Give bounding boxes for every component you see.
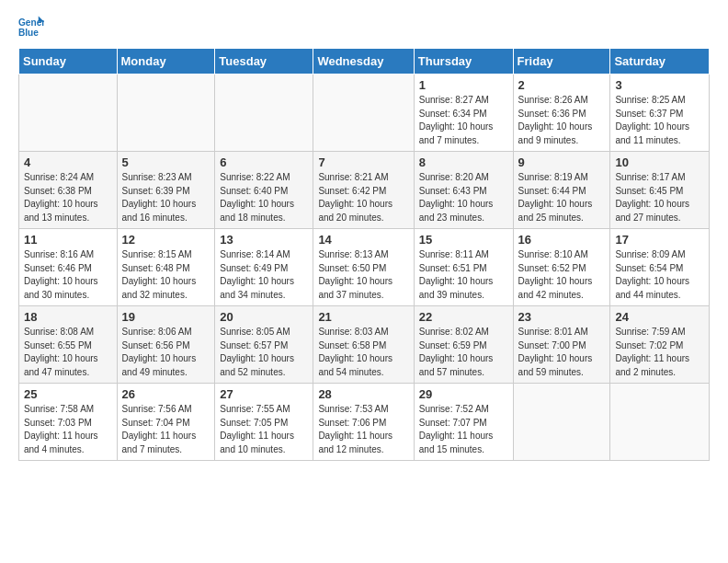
week-row-5: 25Sunrise: 7:58 AM Sunset: 7:03 PM Dayli…: [19, 384, 710, 461]
day-details: Sunrise: 8:15 AM Sunset: 6:48 PM Dayligh…: [122, 248, 210, 302]
day-details: Sunrise: 8:24 AM Sunset: 6:38 PM Dayligh…: [24, 171, 112, 224]
col-header-monday: Monday: [117, 49, 215, 75]
calendar-cell: 7Sunrise: 8:21 AM Sunset: 6:42 PM Daylig…: [313, 152, 414, 229]
calendar-cell: 24Sunrise: 7:59 AM Sunset: 7:02 PM Dayli…: [610, 306, 710, 384]
day-number: 28: [318, 387, 408, 401]
day-details: Sunrise: 8:14 AM Sunset: 6:49 PM Dayligh…: [220, 248, 308, 302]
day-details: Sunrise: 8:23 AM Sunset: 6:39 PM Dayligh…: [122, 171, 210, 224]
day-details: Sunrise: 8:10 AM Sunset: 6:52 PM Dayligh…: [518, 248, 606, 302]
calendar-cell: 26Sunrise: 7:56 AM Sunset: 7:04 PM Dayli…: [117, 384, 215, 461]
calendar-cell: 15Sunrise: 8:11 AM Sunset: 6:51 PM Dayli…: [414, 229, 513, 306]
calendar-cell: 4Sunrise: 8:24 AM Sunset: 6:38 PM Daylig…: [19, 152, 118, 229]
calendar-cell: 11Sunrise: 8:16 AM Sunset: 6:46 PM Dayli…: [19, 229, 118, 306]
day-details: Sunrise: 8:11 AM Sunset: 6:51 PM Dayligh…: [419, 248, 508, 302]
col-header-saturday: Saturday: [610, 49, 710, 75]
calendar-cell: [513, 384, 610, 461]
calendar-cell: 29Sunrise: 7:52 AM Sunset: 7:07 PM Dayli…: [414, 384, 513, 461]
calendar-cell: [610, 384, 710, 461]
day-details: Sunrise: 8:19 AM Sunset: 6:44 PM Dayligh…: [518, 171, 606, 224]
calendar-cell: 22Sunrise: 8:02 AM Sunset: 6:59 PM Dayli…: [414, 306, 513, 384]
week-row-3: 11Sunrise: 8:16 AM Sunset: 6:46 PM Dayli…: [19, 229, 710, 306]
day-details: Sunrise: 8:27 AM Sunset: 6:34 PM Dayligh…: [419, 94, 508, 147]
day-number: 27: [220, 387, 308, 401]
day-number: 29: [419, 387, 508, 401]
calendar-cell: 14Sunrise: 8:13 AM Sunset: 6:50 PM Dayli…: [313, 229, 414, 306]
day-details: Sunrise: 8:22 AM Sunset: 6:40 PM Dayligh…: [220, 171, 308, 224]
day-details: Sunrise: 8:02 AM Sunset: 6:59 PM Dayligh…: [419, 326, 508, 379]
week-row-1: 1Sunrise: 8:27 AM Sunset: 6:34 PM Daylig…: [19, 75, 710, 152]
day-number: 13: [220, 233, 308, 247]
day-details: Sunrise: 8:05 AM Sunset: 6:57 PM Dayligh…: [220, 326, 308, 379]
calendar-cell: [117, 75, 215, 152]
day-number: 26: [122, 387, 210, 401]
day-details: Sunrise: 7:52 AM Sunset: 7:07 PM Dayligh…: [419, 403, 508, 456]
day-number: 19: [122, 310, 210, 324]
day-details: Sunrise: 8:01 AM Sunset: 7:00 PM Dayligh…: [518, 326, 606, 379]
day-number: 24: [615, 310, 704, 324]
day-number: 1: [419, 78, 508, 92]
day-details: Sunrise: 8:08 AM Sunset: 6:55 PM Dayligh…: [24, 326, 112, 379]
logo: General Blue: [18, 15, 48, 40]
day-details: Sunrise: 8:17 AM Sunset: 6:45 PM Dayligh…: [615, 171, 704, 224]
calendar-cell: 17Sunrise: 8:09 AM Sunset: 6:54 PM Dayli…: [610, 229, 710, 306]
calendar-cell: 21Sunrise: 8:03 AM Sunset: 6:58 PM Dayli…: [313, 306, 414, 384]
day-number: 10: [615, 155, 704, 169]
col-header-friday: Friday: [513, 49, 610, 75]
calendar-cell: 27Sunrise: 7:55 AM Sunset: 7:05 PM Dayli…: [215, 384, 313, 461]
day-details: Sunrise: 8:06 AM Sunset: 6:56 PM Dayligh…: [122, 326, 210, 379]
col-header-thursday: Thursday: [414, 49, 513, 75]
calendar-cell: [19, 75, 118, 152]
calendar-cell: 28Sunrise: 7:53 AM Sunset: 7:06 PM Dayli…: [313, 384, 414, 461]
calendar-cell: 5Sunrise: 8:23 AM Sunset: 6:39 PM Daylig…: [117, 152, 215, 229]
calendar-body: 1Sunrise: 8:27 AM Sunset: 6:34 PM Daylig…: [19, 75, 710, 461]
day-number: 12: [122, 233, 210, 247]
col-header-sunday: Sunday: [19, 49, 118, 75]
day-details: Sunrise: 7:56 AM Sunset: 7:04 PM Dayligh…: [122, 403, 210, 456]
calendar-cell: [215, 75, 313, 152]
calendar-cell: 12Sunrise: 8:15 AM Sunset: 6:48 PM Dayli…: [117, 229, 215, 306]
calendar-cell: 1Sunrise: 8:27 AM Sunset: 6:34 PM Daylig…: [414, 75, 513, 152]
day-number: 20: [220, 310, 308, 324]
calendar-cell: 3Sunrise: 8:25 AM Sunset: 6:37 PM Daylig…: [610, 75, 710, 152]
day-details: Sunrise: 8:20 AM Sunset: 6:43 PM Dayligh…: [419, 171, 508, 224]
day-details: Sunrise: 8:16 AM Sunset: 6:46 PM Dayligh…: [24, 248, 112, 302]
day-details: Sunrise: 7:59 AM Sunset: 7:02 PM Dayligh…: [615, 326, 704, 379]
day-number: 6: [220, 155, 308, 169]
calendar-cell: 2Sunrise: 8:26 AM Sunset: 6:36 PM Daylig…: [513, 75, 610, 152]
calendar-header-row: SundayMondayTuesdayWednesdayThursdayFrid…: [19, 49, 710, 75]
day-details: Sunrise: 8:21 AM Sunset: 6:42 PM Dayligh…: [318, 171, 408, 224]
day-number: 11: [24, 233, 112, 247]
calendar-cell: [313, 75, 414, 152]
page-header: General Blue: [18, 15, 710, 40]
calendar-cell: 25Sunrise: 7:58 AM Sunset: 7:03 PM Dayli…: [19, 384, 118, 461]
day-number: 18: [24, 310, 112, 324]
calendar-cell: 13Sunrise: 8:14 AM Sunset: 6:49 PM Dayli…: [215, 229, 313, 306]
svg-text:Blue: Blue: [18, 28, 39, 38]
day-details: Sunrise: 7:53 AM Sunset: 7:06 PM Dayligh…: [318, 403, 408, 456]
day-number: 16: [518, 233, 606, 247]
calendar-cell: 23Sunrise: 8:01 AM Sunset: 7:00 PM Dayli…: [513, 306, 610, 384]
day-number: 15: [419, 233, 508, 247]
day-number: 22: [419, 310, 508, 324]
week-row-2: 4Sunrise: 8:24 AM Sunset: 6:38 PM Daylig…: [19, 152, 710, 229]
calendar-cell: 8Sunrise: 8:20 AM Sunset: 6:43 PM Daylig…: [414, 152, 513, 229]
logo-icon: General Blue: [18, 15, 44, 40]
day-number: 7: [318, 155, 408, 169]
day-number: 25: [24, 387, 112, 401]
day-number: 23: [518, 310, 606, 324]
day-details: Sunrise: 8:13 AM Sunset: 6:50 PM Dayligh…: [318, 248, 408, 302]
calendar-cell: 20Sunrise: 8:05 AM Sunset: 6:57 PM Dayli…: [215, 306, 313, 384]
day-number: 21: [318, 310, 408, 324]
calendar-cell: 6Sunrise: 8:22 AM Sunset: 6:40 PM Daylig…: [215, 152, 313, 229]
calendar-cell: 10Sunrise: 8:17 AM Sunset: 6:45 PM Dayli…: [610, 152, 710, 229]
day-number: 3: [615, 78, 704, 92]
day-number: 8: [419, 155, 508, 169]
day-number: 2: [518, 78, 606, 92]
calendar-cell: 16Sunrise: 8:10 AM Sunset: 6:52 PM Dayli…: [513, 229, 610, 306]
day-number: 9: [518, 155, 606, 169]
day-number: 4: [24, 155, 112, 169]
calendar-cell: 18Sunrise: 8:08 AM Sunset: 6:55 PM Dayli…: [19, 306, 118, 384]
day-details: Sunrise: 8:25 AM Sunset: 6:37 PM Dayligh…: [615, 94, 704, 147]
day-details: Sunrise: 8:09 AM Sunset: 6:54 PM Dayligh…: [615, 248, 704, 302]
day-number: 5: [122, 155, 210, 169]
